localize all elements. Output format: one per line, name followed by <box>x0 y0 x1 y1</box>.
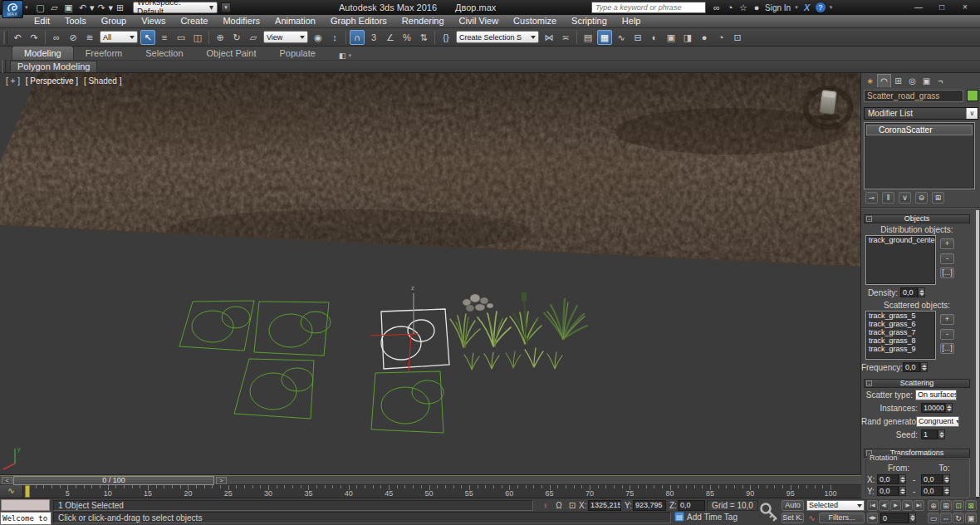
redo-icon[interactable]: ↷ <box>27 30 42 45</box>
track-bar[interactable]: ∿ 51015202530354045505560657075808590951… <box>0 485 861 498</box>
key-mode-toggle-button[interactable]: ◀▶ <box>867 513 878 523</box>
distribution-remove-button[interactable]: - <box>940 253 954 264</box>
y-coordinate-field[interactable]: 923,795 <box>633 500 666 511</box>
scatter-plane-wireframe-2[interactable] <box>254 302 331 356</box>
create-tab-icon[interactable]: ∗ <box>863 74 877 87</box>
use-pivot-point-center-icon[interactable]: ◉ <box>311 30 326 45</box>
selection-filter-select[interactable]: All <box>100 31 138 43</box>
next-frame-button[interactable]: |▶ <box>902 500 913 511</box>
rotation-x-from-spinner[interactable] <box>899 474 906 484</box>
object-color-swatch[interactable] <box>967 90 978 101</box>
select-object-icon[interactable]: ↖ <box>140 30 155 45</box>
viewport-pov-menu[interactable]: [ Perspective ] <box>26 76 78 86</box>
autodesk-exchange-icon[interactable]: X <box>801 0 814 15</box>
favorites-icon[interactable]: ☆ <box>737 0 750 15</box>
small-grass-tuft-model[interactable] <box>547 352 562 369</box>
select-and-manipulate-icon[interactable]: ↕ <box>327 30 342 45</box>
show-end-result-icon[interactable]: ‖ <box>882 192 894 204</box>
a360-gallery-icon[interactable]: ⊡ <box>730 30 745 45</box>
tab-freeform[interactable]: Freeform <box>74 47 135 60</box>
panel-scrollbar-thumb[interactable] <box>976 210 979 497</box>
object-name-field[interactable]: Scatter_road_grass <box>864 90 963 102</box>
zoom-icon[interactable]: ⊕ <box>928 500 939 511</box>
save-file-icon[interactable]: ▣ <box>61 0 76 15</box>
new-scene-icon[interactable]: ▢ <box>33 0 47 15</box>
align-icon[interactable]: ≍ <box>558 30 573 45</box>
percent-snap-toggle-icon[interactable]: % <box>399 30 414 45</box>
undo-icon[interactable]: ↶ <box>10 30 25 45</box>
rotation-x-from-field[interactable]: 0,0 <box>877 474 899 484</box>
isolate-selection-toggle-icon[interactable]: ♀ <box>540 500 551 511</box>
workspace-select[interactable]: Workspace: Default ▾ <box>133 2 218 13</box>
rotation-x-to-spinner[interactable] <box>943 474 950 484</box>
scattered-objects-list[interactable]: track_grass_5track_grass_6track_grass_7t… <box>865 311 936 360</box>
menu-item-civil-view[interactable]: Civil View <box>452 15 506 27</box>
ribbon-config-icon[interactable]: ◧▾ <box>339 52 351 60</box>
rotation-y-from-spinner[interactable] <box>899 486 906 496</box>
rotation-x-to-field[interactable]: 0,0 <box>921 474 943 484</box>
selection-lock-toggle-icon[interactable]: Ω <box>553 500 565 511</box>
layer-manager-icon[interactable]: ▤ <box>581 30 595 45</box>
sign-in-button-label[interactable]: Sign In <box>765 3 791 12</box>
rotation-y-from-field[interactable]: 0,0 <box>877 486 899 496</box>
distribution-add-button[interactable]: + <box>940 238 954 249</box>
sign-in-button[interactable]: ● <box>750 0 763 15</box>
render-production-icon[interactable]: ● <box>697 30 712 45</box>
list-item[interactable]: track_grass_7 <box>866 328 935 336</box>
scatter-type-select[interactable]: On surfaces <box>915 390 957 400</box>
menu-item-group[interactable]: Group <box>94 15 135 27</box>
go-to-start-button[interactable]: |◀ <box>867 500 878 511</box>
mirror-icon[interactable]: ⋈ <box>541 30 556 45</box>
density-spinner[interactable] <box>918 287 925 297</box>
go-to-end-button[interactable]: ▶| <box>914 500 924 511</box>
tab-modeling[interactable]: Modeling <box>12 46 74 60</box>
communication-center-icon[interactable]: ◔ <box>723 0 737 15</box>
reference-coordinate-system-select[interactable]: View <box>263 31 308 43</box>
redo-icon[interactable]: ↷ <box>95 0 109 15</box>
auto-key-button[interactable]: Auto <box>782 500 804 511</box>
viewport-shading-menu[interactable]: [ Shaded ] <box>84 76 122 86</box>
toggle-scene-explorer-icon[interactable]: ▦ <box>597 30 612 45</box>
seed-field[interactable]: 1 <box>921 429 938 439</box>
small-grass-tuft-model[interactable] <box>464 353 479 370</box>
help-icon[interactable]: ? <box>816 2 826 12</box>
modify-tab-icon[interactable]: ◠ <box>877 74 891 87</box>
curve-editor-icon[interactable]: ∿ <box>614 30 629 45</box>
viewport-general-menu[interactable]: [ + ] <box>6 76 20 86</box>
remove-modifier-icon[interactable]: ⊖ <box>915 192 928 204</box>
tab-selection[interactable]: Selection <box>134 47 194 60</box>
instances-spinner[interactable] <box>945 403 953 413</box>
motion-tab-icon[interactable]: ◎ <box>905 74 919 87</box>
render-in-cloud-icon[interactable]: ◔ <box>713 30 728 45</box>
tab-populate[interactable]: Populate <box>267 47 326 60</box>
display-tab-icon[interactable]: ▣ <box>919 74 933 87</box>
frequency-spinner[interactable] <box>920 362 928 372</box>
close-button[interactable]: × <box>953 1 977 13</box>
rotation-y-to-field[interactable]: 0,0 <box>921 486 943 496</box>
frequency-field[interactable]: 0,0 <box>903 362 920 372</box>
menu-item-graph-editors[interactable]: Graph Editors <box>323 15 394 27</box>
maximize-viewport-toggle-icon[interactable]: ▣ <box>965 513 977 523</box>
named-selection-sets-select[interactable]: Create Selection S <box>456 31 539 43</box>
logo-menu-caret[interactable]: ▾ <box>25 4 28 11</box>
hierarchy-tab-icon[interactable]: ⊞ <box>891 74 905 87</box>
zoom-all-icon[interactable]: ⊞ <box>940 500 952 511</box>
current-frame-field[interactable]: 0 <box>880 513 909 523</box>
collapse-icon[interactable]: - <box>866 380 872 386</box>
select-and-scale-icon[interactable]: ▱ <box>246 30 261 45</box>
list-item[interactable]: track_grass_5 <box>866 312 935 320</box>
make-unique-icon[interactable]: ∨ <box>899 192 911 204</box>
panel-scrollbar[interactable] <box>976 210 979 498</box>
spinner-snap-toggle-icon[interactable]: ⇅ <box>416 30 431 45</box>
tab-object-paint[interactable]: Object Paint <box>195 47 268 60</box>
undo-icon[interactable]: ↶ <box>76 0 90 15</box>
select-and-move-icon[interactable]: ⊕ <box>213 30 228 45</box>
pebbles-model[interactable] <box>463 294 493 312</box>
time-slider-handle[interactable]: 0 / 100 <box>13 476 214 485</box>
select-and-link-icon[interactable]: ∞ <box>49 30 64 45</box>
z-coordinate-field[interactable]: 0,0 <box>678 500 705 511</box>
viewport-canvas[interactable]: z <box>0 73 861 475</box>
small-grass-tuft-model[interactable] <box>484 352 499 369</box>
cattail-plant-model[interactable] <box>513 292 539 344</box>
maxscript-mini-listener[interactable]: Welcome to <box>0 512 51 525</box>
